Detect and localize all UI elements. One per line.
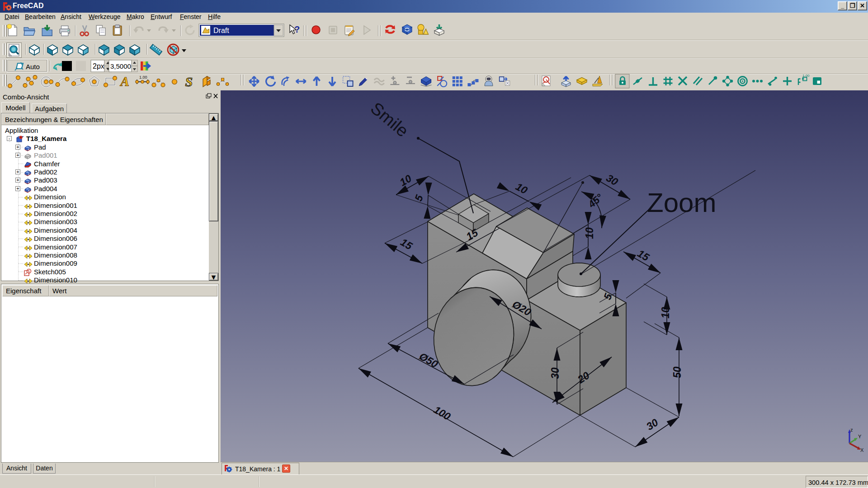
svg-text:Auto: Auto <box>26 63 40 70</box>
svg-text:z: z <box>850 427 853 432</box>
svg-text:A: A <box>120 74 129 89</box>
svg-text:Zoom: Zoom <box>647 188 716 218</box>
svg-text:Draft: Draft <box>213 27 229 34</box>
svg-text:3,5000: 3,5000 <box>110 62 131 70</box>
svg-text:S: S <box>185 74 193 89</box>
svg-text:Y: Y <box>858 434 862 439</box>
svg-text:10: 10 <box>584 227 595 239</box>
svg-text:1.00: 1.00 <box>139 75 147 80</box>
svg-text:1.00: 1.00 <box>802 74 810 78</box>
svg-text:2px: 2px <box>93 62 104 70</box>
svg-text:?: ? <box>294 24 300 34</box>
svg-text:X: X <box>860 447 864 453</box>
svg-text:10: 10 <box>660 307 671 319</box>
svg-text:30: 30 <box>549 367 561 379</box>
svg-text:50: 50 <box>671 366 683 378</box>
